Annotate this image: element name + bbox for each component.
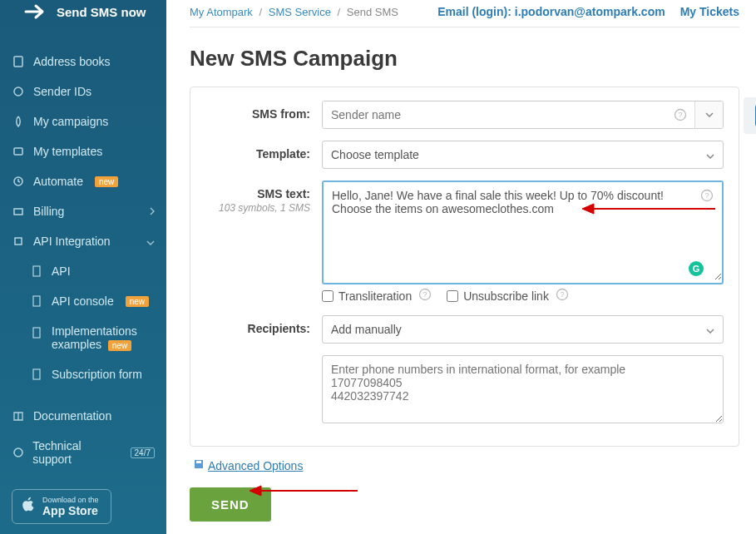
template-icon xyxy=(12,145,25,158)
sidebar-item-api-integration[interactable]: API Integration xyxy=(0,226,166,256)
campaign-icon xyxy=(12,115,25,128)
template-label: Template: xyxy=(205,141,322,161)
arrow-right-icon xyxy=(23,0,47,23)
sms-from-input[interactable] xyxy=(323,101,666,128)
breadcrumb-link[interactable]: SMS Service xyxy=(269,6,331,18)
svg-rect-2 xyxy=(14,148,22,155)
svg-rect-0 xyxy=(14,57,22,67)
billing-icon xyxy=(12,205,25,218)
book-open-icon xyxy=(12,409,25,423)
appstore-big: App Store xyxy=(42,504,98,517)
topbar: My Atompark / SMS Service / Send SMS Ema… xyxy=(190,0,739,27)
sms-from-input-group: ? xyxy=(322,101,724,129)
sms-text-wrap: ? G xyxy=(322,180,724,284)
sidebar-item-my-campaigns[interactable]: My campaigns xyxy=(0,106,166,136)
sms-text-counter: 103 symbols, 1 SMS xyxy=(205,202,310,214)
advanced-options-link[interactable]: Advanced Options xyxy=(193,458,303,472)
nav-label: Address books xyxy=(33,55,111,68)
email-login-link[interactable]: Email (login): i.podorvan@atompark.com xyxy=(437,5,665,18)
clock-icon xyxy=(12,175,25,188)
help-icon[interactable]: ? xyxy=(556,288,569,304)
sidebar-item-support[interactable]: Technical support 24/7 xyxy=(0,431,166,474)
chevron-down-icon xyxy=(706,148,714,161)
nav-label: Billing xyxy=(33,205,64,218)
recipients-select[interactable]: Add manually xyxy=(322,315,724,344)
sidebar-sub-api-console[interactable]: API console new xyxy=(0,286,166,316)
svg-rect-9 xyxy=(33,369,40,379)
sidebar-item-address-books[interactable]: Address books xyxy=(0,47,166,77)
api-icon xyxy=(12,235,25,248)
grammarly-icon[interactable]: G xyxy=(689,261,704,276)
transliteration-checkbox[interactable]: Transliteration ? xyxy=(322,288,432,304)
nav-label: My templates xyxy=(33,145,102,158)
send-sms-now-label: Send SMS now xyxy=(57,5,146,19)
id-icon xyxy=(12,85,25,98)
doc-icon xyxy=(30,326,43,339)
nav-label: Sender IDs xyxy=(33,85,91,98)
form-card: SMS from: ? Template: Choose template SM xyxy=(190,87,739,447)
svg-rect-8 xyxy=(33,328,40,338)
svg-text:?: ? xyxy=(704,191,709,200)
chevron-down-icon xyxy=(146,235,155,248)
nav-label: API console xyxy=(52,294,114,308)
svg-point-10 xyxy=(14,448,22,457)
send-button[interactable]: SEND xyxy=(190,487,271,522)
sidebar-sub-api[interactable]: API xyxy=(0,256,166,286)
breadcrumb-link[interactable]: My Atompark xyxy=(190,6,253,18)
svg-rect-7 xyxy=(33,296,40,306)
doc-icon xyxy=(30,368,43,381)
new-badge: new xyxy=(108,340,131,351)
nav-label: API xyxy=(52,265,71,278)
svg-text:?: ? xyxy=(423,290,427,299)
svg-rect-22 xyxy=(196,461,201,463)
send-sms-now-button[interactable]: Send SMS now xyxy=(0,0,166,32)
chevron-down-icon xyxy=(706,323,714,336)
appstore-small: Download on the xyxy=(42,496,99,504)
247-badge: 24/7 xyxy=(131,447,155,458)
svg-rect-4 xyxy=(14,209,22,215)
chevron-right-icon xyxy=(150,205,155,218)
page-title: New SMS Campaign xyxy=(190,46,739,72)
help-icon[interactable]: ? xyxy=(666,101,694,128)
svg-point-1 xyxy=(14,87,22,96)
recipients-value: Add manually xyxy=(331,323,402,336)
new-badge: new xyxy=(95,176,118,187)
svg-text:?: ? xyxy=(678,111,682,119)
sidebar: Send SMS now Address books Sender IDs My… xyxy=(0,0,166,534)
svg-rect-6 xyxy=(33,266,40,276)
sidebar-item-documentation[interactable]: Documentation xyxy=(0,401,166,431)
apple-icon xyxy=(21,495,36,518)
text-options: Transliteration ? Unsubscribe link ? xyxy=(322,284,724,304)
doc-icon xyxy=(30,294,43,308)
sidebar-sub-implementations[interactable]: Implementations examples new xyxy=(0,316,166,359)
breadcrumb: My Atompark / SMS Service / Send SMS xyxy=(190,6,398,18)
sms-from-label: SMS from: xyxy=(205,101,322,121)
phone-preview-button[interactable] xyxy=(744,97,756,134)
nav-label: Documentation xyxy=(33,409,111,423)
help-icon[interactable]: ? xyxy=(700,189,714,205)
template-select[interactable]: Choose template xyxy=(322,141,724,169)
doc-icon xyxy=(30,265,43,278)
svg-rect-5 xyxy=(15,238,22,245)
sms-text-label: SMS text: xyxy=(257,187,310,200)
sidebar-item-billing[interactable]: Billing xyxy=(0,196,166,226)
sidebar-item-sender-ids[interactable]: Sender IDs xyxy=(0,77,166,106)
recipients-label: Recipients: xyxy=(205,315,322,335)
template-value: Choose template xyxy=(331,148,419,161)
dropdown-caret-icon[interactable] xyxy=(694,101,723,128)
sms-text-textarea[interactable] xyxy=(324,182,722,280)
my-tickets-link[interactable]: My Tickets xyxy=(680,5,739,18)
sidebar-sub-subscription-form[interactable]: Subscription form xyxy=(0,359,166,389)
breadcrumb-current: Send SMS xyxy=(347,6,398,18)
unsubscribe-checkbox[interactable]: Unsubscribe link ? xyxy=(447,288,569,304)
help-icon[interactable]: ? xyxy=(418,288,432,304)
nav-label: Subscription form xyxy=(52,368,142,381)
appstore-button[interactable]: Download on the App Store xyxy=(12,489,111,524)
nav-label: Technical support xyxy=(32,439,118,466)
new-badge: new xyxy=(126,296,149,307)
top-links: Email (login): i.podorvan@atompark.com M… xyxy=(437,5,739,18)
phone-numbers-textarea[interactable] xyxy=(322,355,724,423)
nav-label: API Integration xyxy=(33,235,111,248)
sidebar-item-my-templates[interactable]: My templates xyxy=(0,136,166,166)
sidebar-item-automate[interactable]: Automate new xyxy=(0,166,166,196)
